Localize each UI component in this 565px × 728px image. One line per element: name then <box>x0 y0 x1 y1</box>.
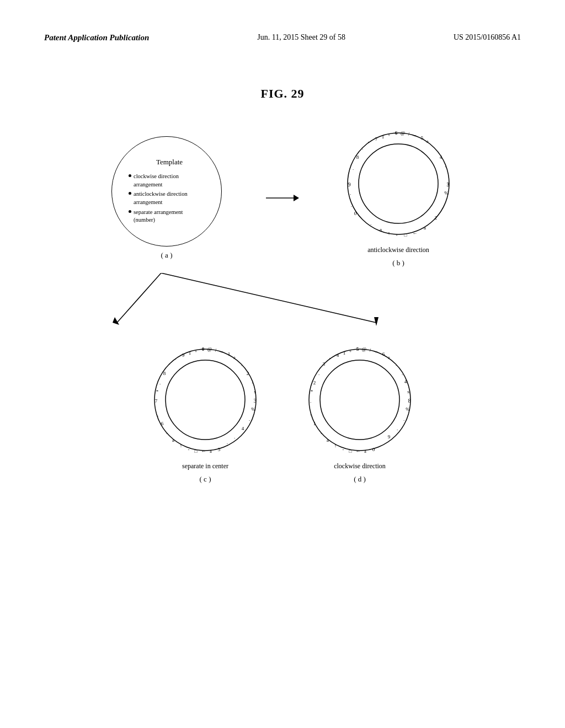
svg-text:3: 3 <box>254 398 257 404</box>
arrow-right-icon <box>266 191 299 205</box>
diagram-c-sublabel: ( c ) <box>200 475 211 484</box>
svg-text:a: a <box>380 227 382 232</box>
svg-text:-: - <box>396 232 398 238</box>
svg-point-76 <box>320 360 399 440</box>
svg-text:.: . <box>310 398 311 404</box>
arrows-middle <box>45 273 520 328</box>
svg-text:.: . <box>362 145 363 151</box>
svg-text:±: ± <box>233 355 236 360</box>
svg-text:4: 4 <box>337 352 339 358</box>
svg-point-3 <box>359 144 438 223</box>
svg-text:*: * <box>311 389 313 394</box>
svg-marker-37 <box>374 317 379 326</box>
figure-title: FIG. 29 <box>44 87 521 101</box>
header-title: Patent Application Publication <box>44 33 149 42</box>
svg-text:.: . <box>252 379 253 384</box>
svg-text:3: 3 <box>447 181 450 188</box>
svg-text:1: 1 <box>228 351 231 357</box>
svg-text:4: 4 <box>242 426 244 431</box>
svg-text:5: 5 <box>218 447 221 452</box>
svg-text:6: 6 <box>382 351 385 357</box>
svg-text:7: 7 <box>375 136 378 142</box>
template-title: Template <box>129 157 210 168</box>
diagram-a-sublabel: ( a ) <box>161 251 173 260</box>
svg-text:5: 5 <box>421 135 424 141</box>
svg-text:=: = <box>220 349 223 355</box>
bullet-icon <box>129 210 131 213</box>
svg-text:;: ; <box>227 441 228 447</box>
svg-text:↑: ↑ <box>334 443 337 448</box>
svg-text:5: 5 <box>356 346 359 352</box>
svg-text:s: s <box>254 389 256 394</box>
svg-text:.: . <box>321 430 322 435</box>
svg-text:±: ± <box>427 138 429 144</box>
svg-text:0: 0 <box>202 346 205 352</box>
svg-text:-: - <box>368 139 370 144</box>
svg-text:↑: ↑ <box>180 443 183 448</box>
svg-text:2: 2 <box>247 371 249 376</box>
svg-text:-: - <box>329 355 331 361</box>
page-header: Patent Application Publication Jun. 11, … <box>44 33 521 42</box>
diagram-c-label: separate in center <box>182 462 228 470</box>
svg-text:8: 8 <box>408 398 411 404</box>
svg-text:8: 8 <box>163 371 166 376</box>
header-patent-number: US 2015/0160856 A1 <box>454 33 521 42</box>
svg-text:a: a <box>210 449 212 454</box>
svg-text:□: □ <box>195 449 198 454</box>
svg-text:2: 2 <box>313 380 316 386</box>
svg-text:-: - <box>188 447 190 452</box>
svg-text:a: a <box>364 449 366 454</box>
dial-c-container: 9 1 + 0 @ / = 1 ± . 2 . s 3 % . 4 <box>150 345 260 484</box>
svg-text:7: 7 <box>155 398 158 404</box>
svg-text:.: . <box>310 411 311 416</box>
template-item-1: clockwise directionarrangement <box>129 173 179 189</box>
svg-text:9: 9 <box>348 181 351 188</box>
dial-d-container: 4 1 + 5 @ / = 6 ± . . 4 s 8 % . . <box>305 345 415 484</box>
svg-line-36 <box>161 273 376 323</box>
svg-text:0: 0 <box>354 211 357 216</box>
svg-text:=: = <box>413 133 416 138</box>
bullet-icon <box>129 192 131 195</box>
svg-text:a: a <box>172 437 174 443</box>
svg-text:@: @ <box>207 346 212 352</box>
svg-text:4: 4 <box>440 154 443 160</box>
svg-text:-: - <box>169 361 170 367</box>
svg-text:.: . <box>318 371 319 376</box>
template-item-3: separate arrangement(number) <box>129 208 183 224</box>
svg-text:.: . <box>403 416 404 422</box>
svg-text:.: . <box>175 355 176 361</box>
svg-text:0: 0 <box>372 447 375 452</box>
svg-text:□: □ <box>404 233 407 238</box>
svg-text:*: * <box>156 389 159 394</box>
svg-text:a: a <box>424 225 426 231</box>
header-date-sheet: Jun. 11, 2015 Sheet 29 of 58 <box>257 33 345 42</box>
svg-text:6: 6 <box>395 130 398 136</box>
svg-text:%: % <box>444 190 449 196</box>
svg-text:.: . <box>234 434 235 440</box>
svg-text:@: @ <box>362 346 366 352</box>
svg-line-34 <box>117 273 161 323</box>
svg-text:.: . <box>370 221 371 226</box>
svg-text:.: . <box>402 371 403 376</box>
template-box: Template clockwise directionarrangement … <box>111 136 222 247</box>
svg-text:a: a <box>327 437 329 443</box>
svg-text:s: s <box>407 389 409 394</box>
svg-text:6: 6 <box>161 421 164 426</box>
template-item-2: anticlockwise directionarrangement <box>129 190 188 206</box>
svg-text:1: 1 <box>343 350 346 356</box>
svg-text:←: ← <box>201 448 206 454</box>
svg-text:.: . <box>442 204 443 210</box>
svg-text:←: ← <box>413 231 418 236</box>
svg-text:.: . <box>381 441 382 447</box>
diagram-area: Template clockwise directionarrangement … <box>44 129 521 484</box>
dial-b-svg: 7 1 + 6 @ / = 5 ± 4 . 3 % . <box>343 129 454 239</box>
svg-text:3: 3 <box>323 361 326 367</box>
diagram-b-sublabel: ( b ) <box>392 259 404 267</box>
svg-text:9: 9 <box>388 434 391 440</box>
top-row: Template clockwise directionarrangement … <box>44 129 521 267</box>
svg-text:.: . <box>166 430 167 435</box>
svg-text:4: 4 <box>404 379 407 384</box>
svg-point-39 <box>166 360 245 440</box>
svg-text:.: . <box>353 165 354 171</box>
svg-text:.: . <box>396 361 397 367</box>
